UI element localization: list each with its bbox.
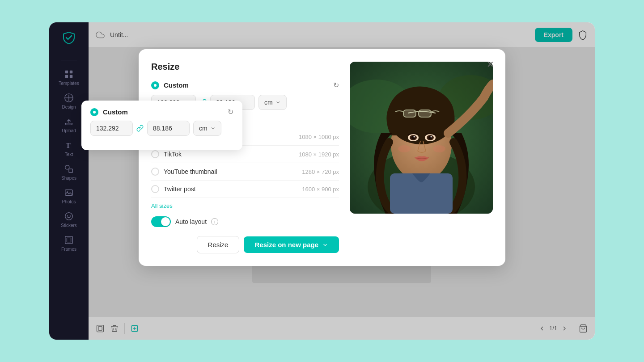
floating-custom-label: Custom <box>103 108 128 116</box>
svg-point-29 <box>414 136 415 138</box>
floating-height-input[interactable] <box>147 121 190 136</box>
auto-layout-row: Auto layout i <box>151 216 339 227</box>
unit-value: cm <box>264 99 273 106</box>
auto-layout-label: Auto layout <box>175 218 207 225</box>
instagram-dims: 1080 × 1080 px <box>299 134 339 140</box>
svg-rect-39 <box>419 110 431 117</box>
modal-overlay: ✕ Resize Custom ↻ c <box>49 22 595 340</box>
tiktok-radio[interactable] <box>151 150 159 158</box>
modal-bottom-buttons: Resize Resize on new page <box>151 236 339 253</box>
modal-left-panel: Resize Custom ↻ cm <box>151 62 339 253</box>
youtube-radio[interactable] <box>151 168 159 176</box>
floating-unit-value: cm <box>199 125 208 132</box>
floating-unit-select[interactable]: cm <box>193 121 221 136</box>
reset-icon[interactable]: ↻ <box>333 81 339 89</box>
youtube-name: YouTube thumbnail <box>164 168 297 175</box>
custom-option-row[interactable]: Custom ↻ <box>151 81 339 89</box>
resize-new-page-button[interactable]: Resize on new page <box>244 236 339 253</box>
floating-custom-radio[interactable] <box>90 108 98 116</box>
svg-rect-38 <box>403 110 416 117</box>
svg-point-34 <box>398 145 411 152</box>
resize-modal: ✕ Resize Custom ↻ c <box>139 49 505 266</box>
dropdown-arrow-icon <box>322 242 328 248</box>
size-option-twitter[interactable]: Twitter post 1600 × 900 px <box>151 181 339 198</box>
floating-custom-option-row: Custom ↻ <box>90 108 233 116</box>
tiktok-dims: 1080 × 1920 px <box>299 151 339 158</box>
svg-point-35 <box>433 145 445 152</box>
auto-layout-info-icon[interactable]: i <box>211 218 218 225</box>
tiktok-name: TikTok <box>164 151 294 158</box>
floating-link-icon[interactable] <box>136 125 144 132</box>
chevron-down-icon <box>275 100 281 105</box>
size-option-youtube[interactable]: YouTube thumbnail 1280 × 720 px <box>151 163 339 181</box>
floating-chevron-down-icon <box>210 126 216 131</box>
unit-select[interactable]: cm <box>258 95 287 110</box>
floating-dimension-row: cm <box>90 121 233 136</box>
preview-image-container <box>350 62 493 214</box>
resize-button[interactable]: Resize <box>197 236 240 253</box>
twitter-name: Twitter post <box>164 185 297 193</box>
twitter-radio[interactable] <box>151 185 159 193</box>
twitter-dims: 1600 × 900 px <box>302 186 339 193</box>
modal-title: Resize <box>151 62 339 72</box>
app-container: Templates Design Upload T Text Shapes Ph… <box>49 22 595 340</box>
custom-radio[interactable] <box>151 81 159 89</box>
youtube-dims: 1280 × 720 px <box>302 168 339 175</box>
resize-new-page-label: Resize on new page <box>254 241 318 248</box>
all-sizes-link[interactable]: All sizes <box>151 202 339 209</box>
floating-reset-icon[interactable]: ↻ <box>228 108 233 116</box>
custom-label: Custom <box>164 81 189 89</box>
preview-image <box>350 62 493 214</box>
modal-right-panel <box>350 62 493 253</box>
auto-layout-toggle[interactable] <box>151 216 171 227</box>
modal-close-button[interactable]: ✕ <box>484 58 496 71</box>
svg-point-33 <box>431 136 432 138</box>
floating-custom-panel: Custom ↻ cm <box>81 101 242 150</box>
floating-width-input[interactable] <box>90 121 133 136</box>
